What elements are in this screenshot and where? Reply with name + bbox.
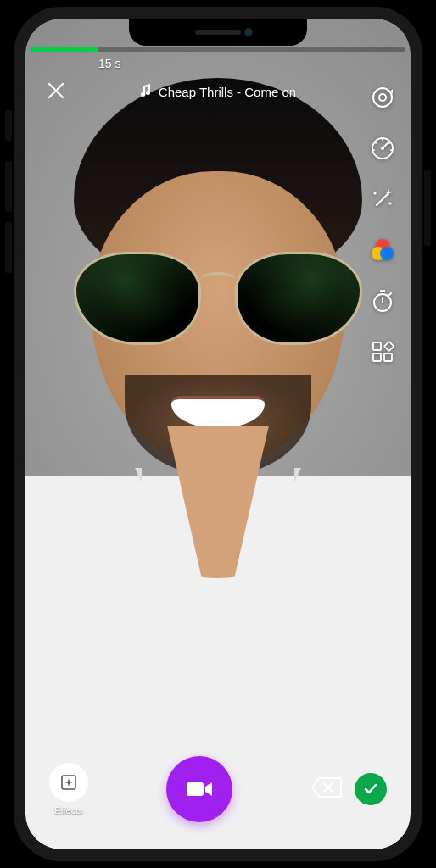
svg-line-19: [389, 293, 391, 295]
grid-icon: [371, 340, 394, 364]
speed-button[interactable]: [368, 134, 397, 163]
video-camera-icon: [185, 779, 214, 799]
camera-viewfinder[interactable]: [25, 19, 411, 849]
svg-rect-25: [187, 782, 204, 796]
speed-gauge-icon: [370, 136, 395, 161]
svg-point-11: [374, 192, 377, 195]
music-note-icon: [140, 84, 152, 100]
svg-point-8: [373, 149, 375, 151]
delete-clip-button[interactable]: [310, 776, 343, 802]
close-icon: [48, 82, 64, 99]
svg-rect-18: [380, 290, 385, 292]
duration-label: 15 s: [25, 57, 411, 70]
svg-point-0: [373, 88, 392, 107]
checkmark-icon: [362, 781, 379, 798]
svg-point-1: [379, 94, 386, 101]
phone-device-frame: 15 s Cheap Thrills - Come on: [14, 7, 422, 861]
effects-sparkle-icon: [59, 773, 78, 792]
svg-rect-23: [384, 342, 394, 351]
recording-progress-bar: [31, 47, 405, 52]
svg-point-7: [388, 142, 390, 144]
timer-button[interactable]: [368, 287, 397, 315]
svg-point-4: [381, 147, 384, 150]
svg-point-15: [380, 247, 394, 260]
effects-label: Effects: [54, 805, 82, 815]
svg-point-12: [389, 203, 392, 205]
svg-line-10: [377, 193, 388, 205]
recording-progress-fill: [31, 47, 98, 52]
svg-point-9: [390, 149, 392, 151]
confirm-button[interactable]: [355, 773, 387, 805]
color-filters-icon: [369, 236, 396, 264]
svg-point-5: [382, 139, 383, 141]
svg-rect-22: [384, 353, 392, 361]
music-selector[interactable]: Cheap Thrills - Come on: [83, 84, 353, 100]
backspace-icon: [310, 776, 343, 798]
phone-notch: [129, 19, 307, 46]
music-track-label: Cheap Thrills - Come on: [159, 85, 296, 99]
flip-camera-icon: [370, 85, 395, 110]
svg-point-6: [375, 142, 377, 144]
magic-wand-icon: [370, 186, 395, 212]
filters-button[interactable]: [368, 236, 397, 264]
svg-rect-21: [373, 353, 381, 361]
effects-button[interactable]: Effects: [49, 763, 88, 815]
ar-sunglasses-filter: [74, 252, 362, 353]
flip-camera-button[interactable]: [368, 83, 397, 112]
close-button[interactable]: [42, 79, 70, 105]
record-button[interactable]: [166, 756, 232, 822]
more-options-button[interactable]: [368, 337, 397, 366]
camera-screen: 15 s Cheap Thrills - Come on: [25, 19, 411, 849]
stopwatch-icon: [370, 288, 395, 314]
beauty-button[interactable]: [368, 185, 397, 214]
svg-rect-20: [373, 342, 381, 350]
